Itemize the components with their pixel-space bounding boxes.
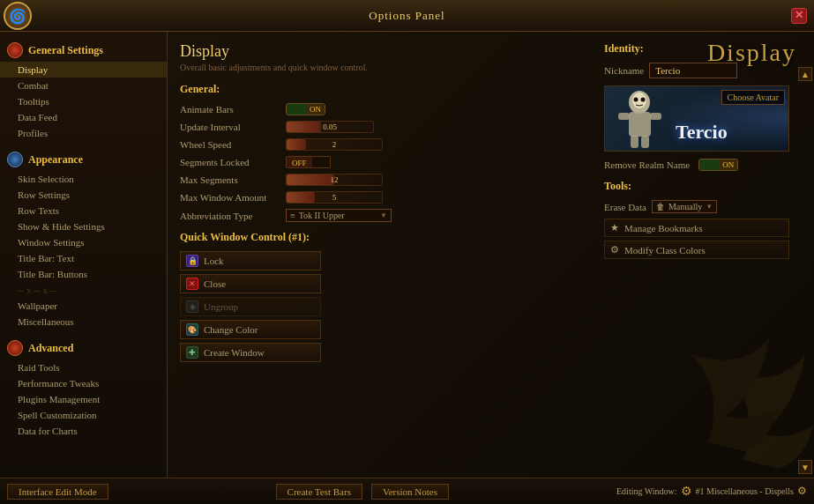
remove-realm-toggle[interactable]: ON xyxy=(698,159,738,171)
segments-locked-label: Segments Locked xyxy=(180,157,286,167)
erase-data-value: Manually xyxy=(668,202,702,211)
remove-realm-row: Remove Realm Name ON xyxy=(604,159,798,171)
general-label: General Settings xyxy=(28,44,103,57)
svg-point-8 xyxy=(640,98,645,102)
qw-ungroup-label: Ungroup xyxy=(204,301,238,312)
manage-bookmarks-label: Manage Bookmarks xyxy=(624,223,703,233)
sidebar-item-combat[interactable]: Combat xyxy=(0,78,167,93)
appearance-label: Appearance xyxy=(28,153,83,167)
svg-rect-2 xyxy=(618,113,630,120)
modify-class-colors-button[interactable]: ⚙ Modify Class Colors xyxy=(604,241,789,259)
main-container: General Settings Display Combat Tooltips… xyxy=(0,32,814,478)
segments-locked-toggle[interactable]: OFF xyxy=(286,156,331,168)
interval-label: Update Interval xyxy=(180,122,286,132)
close-button[interactable]: ✕ xyxy=(791,8,807,24)
bottom-center-buttons: Create Test Bars Version Notes xyxy=(276,484,449,500)
svg-rect-5 xyxy=(641,136,649,148)
editing-window-label: Editing Window: xyxy=(616,486,677,496)
qw-section-title: Quick Window Control (#1): xyxy=(180,231,586,244)
title-bar: 🌀 Options Panel ✕ xyxy=(0,0,814,32)
scroll-up-button[interactable]: ▲ xyxy=(798,67,812,81)
setting-row-max-segments: Max Segments 12 xyxy=(180,174,586,186)
avatar-box: Choose Avatar Tercio xyxy=(604,85,789,152)
nickname-input[interactable] xyxy=(649,63,737,78)
interface-edit-mode-button[interactable]: Interface Edit Mode xyxy=(7,484,108,500)
sidebar-item-misc[interactable]: Miscellaneous xyxy=(0,314,167,330)
setting-row-max-window: Max Window Amount 5 xyxy=(180,191,586,204)
svg-rect-4 xyxy=(631,136,639,148)
sidebar-item-datafeed[interactable]: Data Feed xyxy=(0,109,167,125)
abbrev-dropdown[interactable]: ≡ Tok II Upper ▼ xyxy=(286,209,392,222)
editing-window-icon2: ⚙ xyxy=(797,485,807,498)
avatar-name: Tercio xyxy=(676,121,728,144)
sidebar-item-window[interactable]: Window Settings xyxy=(0,234,167,250)
sidebar-item-rowtexts[interactable]: Row Texts xyxy=(0,203,167,219)
sidebar-item-profiles[interactable]: Profiles xyxy=(0,125,167,141)
max-window-slider[interactable]: 5 xyxy=(286,191,383,204)
version-notes-button[interactable]: Version Notes xyxy=(371,484,449,500)
sidebar-header-advanced: Advanced xyxy=(0,337,167,359)
choose-avatar-button[interactable]: Choose Avatar xyxy=(721,90,785,105)
sidebar-item-wallpaper[interactable]: Wallpaper xyxy=(0,298,167,314)
abbrev-dropdown-arrow: ▼ xyxy=(380,211,387,219)
title-bar-label: Options Panel xyxy=(369,9,444,23)
sidebar-section-appearance: Appearance Skin Selection Row Settings R… xyxy=(0,148,167,330)
sidebar-item-showhide[interactable]: Show & Hide Settings xyxy=(0,219,167,234)
max-window-label: Max Window Amount xyxy=(180,192,286,203)
svg-rect-1 xyxy=(629,112,651,137)
ungroup-icon: ◈ xyxy=(186,300,198,313)
toggle-value: ON xyxy=(306,104,325,115)
wheel-slider[interactable]: 2 xyxy=(286,138,383,151)
qw-lock-button[interactable]: 🔒 Lock xyxy=(180,251,321,271)
sidebar-item-titlebtns[interactable]: Title Bar: Buttons xyxy=(0,266,167,282)
max-segments-slider[interactable]: 12 xyxy=(286,174,383,186)
sidebar-item-charts[interactable]: Data for Charts xyxy=(0,423,167,439)
avatar-svg xyxy=(611,90,668,150)
qw-change-color-button[interactable]: 🎨 Change Color xyxy=(180,320,321,339)
advanced-label: Advanced xyxy=(28,342,73,355)
setting-row-abbrev: Abbreviation Type ≡ Tok II Upper ▼ xyxy=(180,209,586,222)
remove-realm-track xyxy=(699,159,719,170)
sidebar-item-spacer: -- x -- x -- xyxy=(0,282,167,298)
nickname-row: Nickname xyxy=(604,63,798,78)
create-test-bars-button[interactable]: Create Test Bars xyxy=(276,484,362,500)
qw-lock-label: Lock xyxy=(204,256,224,266)
qw-ungroup-button[interactable]: ◈ Ungroup xyxy=(180,297,321,316)
abbrev-value: Tok II Upper xyxy=(299,211,345,220)
sidebar-item-display[interactable]: Display xyxy=(0,62,167,78)
identity-section-title: Identity: xyxy=(604,42,798,56)
sidebar-item-spells[interactable]: Spell Customization xyxy=(0,407,167,423)
qw-create-window-button[interactable]: ✚ Create Window xyxy=(180,343,321,362)
qw-close-button[interactable]: ✕ Close xyxy=(180,274,321,293)
sidebar-item-rowsettings[interactable]: Row Settings xyxy=(0,187,167,203)
create-window-icon: ✚ xyxy=(186,346,198,359)
nickname-label: Nickname xyxy=(604,65,644,76)
sidebar-item-skin[interactable]: Skin Selection xyxy=(0,171,167,187)
scroll-down-button[interactable]: ▼ xyxy=(798,460,812,474)
sidebar-item-tooltips[interactable]: Tooltips xyxy=(0,93,167,109)
editing-window-info: Editing Window: ⚙ #1 Miscellaneous - Dis… xyxy=(616,484,807,499)
erase-data-dropdown[interactable]: 🗑 Manually ▼ xyxy=(652,200,717,213)
editing-window-value: #1 Miscellaneous - Dispells xyxy=(696,486,794,496)
sidebar-item-plugins[interactable]: Plugins Management xyxy=(0,391,167,407)
change-color-icon: 🎨 xyxy=(186,323,198,336)
display-heading: Display xyxy=(180,42,586,61)
advanced-icon xyxy=(7,340,23,356)
right-panel: Identity: Nickname xyxy=(604,42,798,467)
avatar-figure xyxy=(609,90,670,150)
sidebar-item-perftweak[interactable]: Performance Tweaks xyxy=(0,375,167,391)
tools-section-title: Tools: xyxy=(604,180,798,193)
general-icon xyxy=(7,42,23,58)
animate-toggle[interactable]: ON xyxy=(286,103,325,115)
setting-row-interval: Update Interval 0.05 xyxy=(180,121,586,133)
interval-slider[interactable]: 0.05 xyxy=(286,121,374,133)
erase-data-row: Erase Data 🗑 Manually ▼ xyxy=(604,200,798,213)
svg-point-7 xyxy=(633,98,638,102)
wheel-label: Wheel Speed xyxy=(180,139,286,150)
sidebar-item-raidtools[interactable]: Raid Tools xyxy=(0,359,167,375)
manage-bookmarks-button[interactable]: ★ Manage Bookmarks xyxy=(604,219,789,237)
bottom-bar: Interface Edit Mode Create Test Bars Ver… xyxy=(0,478,814,504)
max-segments-label: Max Segments xyxy=(180,174,286,185)
sidebar-item-titletext[interactable]: Title Bar: Text xyxy=(0,250,167,266)
modify-class-colors-label: Modify Class Colors xyxy=(624,245,706,256)
